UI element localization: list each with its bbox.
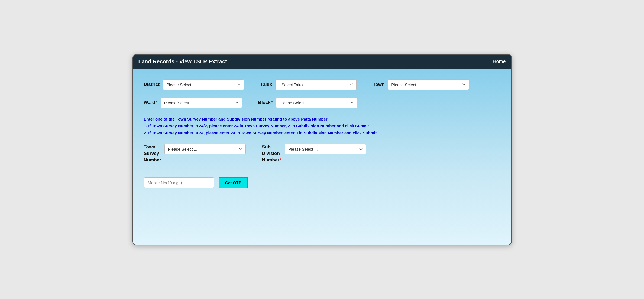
town-select[interactable]: Please Select ... (388, 79, 469, 90)
town-survey-select[interactable]: Please Select ... (164, 144, 246, 154)
mobile-row: Get OTP (144, 177, 500, 188)
info-line1: Enter one of the Town Survey Number and … (144, 116, 500, 123)
row-survey-subdivision: Town Survey Number * Please Select ... (144, 144, 500, 169)
town-group: Town Please Select ... (373, 79, 469, 90)
info-box: Enter one of the Town Survey Number and … (144, 116, 500, 136)
district-select[interactable]: Please Select ... (163, 79, 244, 90)
row-district-taluk-town: District Please Select ... Taluk --Selec… (144, 79, 500, 90)
district-group: District Please Select ... (144, 79, 244, 90)
sub-division-label: Sub Division Number* (262, 144, 281, 163)
town-survey-label: Town Survey Number (144, 144, 161, 163)
mobile-input[interactable] (144, 177, 214, 188)
sub-division-label-container: Sub Division Number* (262, 144, 281, 163)
ward-select[interactable]: Please Select ... (161, 98, 242, 108)
taluk-label: Taluk (260, 82, 272, 87)
get-otp-button[interactable]: Get OTP (219, 177, 248, 188)
town-label: Town (373, 82, 384, 87)
main-window: Land Records - View TSLR Extract Home Di… (132, 54, 512, 245)
page-title: Land Records - View TSLR Extract (138, 58, 227, 65)
info-line2: 1. If Town Survey Number is 24/2, please… (144, 122, 500, 129)
main-content: District Please Select ... Taluk --Selec… (133, 69, 511, 245)
ward-label: Ward* (144, 100, 157, 105)
sub-division-required-star: * (280, 158, 281, 162)
town-survey-required-star: * (144, 164, 161, 169)
block-label: Block* (258, 100, 273, 105)
town-survey-label-container: Town Survey Number * (144, 144, 161, 169)
district-label: District (144, 82, 160, 87)
sub-division-group: Sub Division Number* Please Select ... (262, 144, 366, 163)
form-section: District Please Select ... Taluk --Selec… (144, 79, 500, 188)
info-line3: 2. If Town Survey Number is 24, please e… (144, 129, 500, 136)
taluk-select[interactable]: --Select Taluk-- (275, 79, 357, 90)
ward-required-star: * (156, 100, 157, 105)
home-link[interactable]: Home (493, 59, 506, 64)
taluk-group: Taluk --Select Taluk-- (260, 79, 357, 90)
sub-division-select[interactable]: Please Select ... (285, 144, 366, 154)
row-ward-block: Ward* Please Select ... Block* Please Se… (144, 98, 500, 108)
ward-group: Ward* Please Select ... (144, 98, 242, 108)
block-select[interactable]: Please Select ... (276, 98, 357, 108)
title-bar: Land Records - View TSLR Extract Home (133, 55, 511, 69)
town-survey-group: Town Survey Number * Please Select ... (144, 144, 246, 169)
block-group: Block* Please Select ... (258, 98, 358, 108)
block-required-star: * (271, 100, 273, 105)
